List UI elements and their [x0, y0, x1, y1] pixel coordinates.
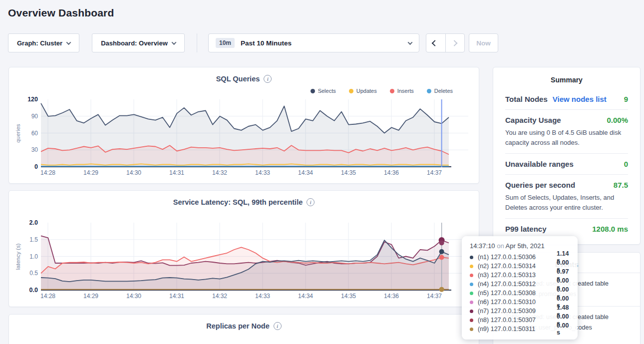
svg-text:120: 120: [27, 96, 38, 103]
svg-text:2.0: 2.0: [29, 219, 38, 226]
time-range-badge: 10m: [216, 38, 235, 48]
svg-text:latency (s): latency (s): [15, 243, 21, 270]
dashboard-selector-label: Dashboard: Overview: [101, 39, 168, 47]
service-latency-card: Service Latency: SQL, 99th percentile i …: [8, 190, 479, 307]
time-step-buttons: [426, 33, 465, 52]
time-range-dropdown[interactable]: 10m Past 10 Minutes: [208, 33, 419, 52]
chart-hover-tooltip: 14:37:10 on Apr 5th, 2021 (n1) 127.0.0.1…: [462, 236, 578, 340]
summary-card: Summary Total Nodes View nodes list 9 Ca…: [493, 67, 641, 245]
svg-text:14:33: 14:33: [255, 169, 270, 176]
unavailable-ranges-value: 0: [624, 160, 628, 168]
overview-dashboard-page: Overview Dashboard Graph: Cluster Dashbo…: [0, 0, 644, 344]
node-color-dot: [470, 256, 473, 259]
total-nodes-value: 9: [624, 95, 628, 103]
node-latency-value: 0.00 s: [557, 322, 570, 336]
dashboard-selector-dropdown[interactable]: Dashboard: Overview: [92, 33, 185, 52]
chevron-left-icon: [432, 40, 438, 46]
node-address: (n5) 127.0.0.1:50308: [478, 290, 557, 297]
chevron-right-icon: [451, 40, 458, 46]
svg-text:14:29: 14:29: [83, 293, 98, 300]
chevron-down-icon: [408, 40, 413, 45]
node-color-dot: [470, 310, 473, 313]
svg-text:60: 60: [31, 130, 38, 137]
node-address: (n6) 127.0.0.1:50310: [478, 299, 557, 306]
replicas-per-node-title: Replicas per Node: [206, 322, 270, 330]
node-color-dot: [470, 274, 473, 277]
time-range-label: Past 10 Minutes: [241, 39, 402, 47]
svg-text:14:31: 14:31: [169, 293, 184, 300]
svg-text:14:33: 14:33: [255, 293, 270, 300]
tooltip-node-row: (n6) 127.0.0.1:503100.00 s: [470, 298, 570, 307]
tooltip-node-row: (n4) 127.0.0.1:503120.00 s: [470, 280, 570, 289]
tooltip-timestamp: 14:37:10 on Apr 5th, 2021: [470, 242, 570, 250]
svg-text:14:37: 14:37: [427, 169, 442, 176]
svg-text:14:32: 14:32: [212, 169, 227, 176]
chevron-down-icon: [66, 40, 71, 45]
svg-text:14:30: 14:30: [126, 293, 141, 300]
queries-per-second-value: 87.5: [614, 181, 628, 189]
svg-text:90: 90: [31, 113, 38, 120]
now-button[interactable]: Now: [469, 33, 498, 52]
svg-text:14:28: 14:28: [40, 293, 55, 300]
svg-text:14:31: 14:31: [169, 169, 184, 176]
svg-text:14:30: 14:30: [126, 169, 141, 176]
tooltip-node-row: (n2) 127.0.0.1:503140.00 s: [470, 262, 570, 271]
tooltip-node-row: (n8) 127.0.0.1:503070.00 s: [470, 316, 570, 325]
svg-text:0.5: 0.5: [29, 270, 38, 277]
node-address: (n1) 127.0.0.1:50306: [478, 254, 557, 261]
page-title: Overview Dashboard: [8, 7, 114, 19]
svg-text:14:28: 14:28: [40, 169, 55, 176]
tooltip-node-row: (n9) 127.0.0.1:503110.00 s: [470, 325, 570, 334]
replicas-per-node-card: Replicas per Node i: [8, 314, 479, 344]
node-address: (n4) 127.0.0.1:50312: [478, 281, 557, 288]
summary-title: Summary: [493, 67, 640, 89]
svg-text:14:35: 14:35: [341, 293, 356, 300]
svg-text:queries: queries: [15, 124, 21, 143]
tooltip-node-row: (n5) 127.0.0.1:503080.00 s: [470, 289, 570, 298]
controls-divider: [197, 33, 197, 52]
node-address: (n2) 127.0.0.1:50314: [478, 263, 557, 270]
svg-text:1.0: 1.0: [29, 253, 38, 260]
node-address: (n7) 127.0.0.1:50309: [478, 308, 557, 315]
node-color-dot: [470, 301, 473, 304]
svg-text:0: 0: [34, 163, 38, 170]
svg-text:14:34: 14:34: [298, 169, 313, 176]
node-color-dot: [470, 319, 473, 322]
svg-text:0.0: 0.0: [29, 287, 38, 294]
tooltip-node-row: (n3) 127.0.0.1:503130.97 s: [470, 271, 570, 280]
sql-queries-chart[interactable]: 14:2814:2914:3014:3114:3214:3314:3414:35…: [9, 67, 480, 184]
svg-text:14:34: 14:34: [298, 293, 313, 300]
svg-text:1.5: 1.5: [29, 236, 38, 243]
prev-time-button[interactable]: [426, 34, 445, 52]
view-nodes-list-link[interactable]: View nodes list: [553, 95, 607, 103]
svg-text:14:35: 14:35: [341, 169, 356, 176]
summary-row-total-nodes: Total Nodes View nodes list 9: [505, 89, 628, 109]
next-time-button[interactable]: [445, 34, 464, 52]
chevron-down-icon: [171, 40, 176, 45]
node-address: (n8) 127.0.0.1:50307: [478, 317, 557, 324]
svg-text:14:29: 14:29: [83, 169, 98, 176]
node-color-dot: [470, 292, 473, 295]
capacity-usage-value: 0.00%: [607, 116, 628, 124]
graph-selector-dropdown[interactable]: Graph: Cluster: [8, 33, 79, 52]
info-icon[interactable]: i: [274, 322, 282, 330]
summary-row-unavailable-ranges: Unavailable ranges 0: [505, 153, 628, 174]
p99-latency-value: 1208.0 ms: [592, 225, 628, 233]
summary-row-capacity-usage: Capacity Usage 0.00% You are using 0 B o…: [505, 109, 628, 153]
service-latency-chart[interactable]: 14:2814:2914:3014:3114:3214:3314:3414:35…: [9, 191, 480, 308]
svg-text:30: 30: [31, 146, 38, 153]
tooltip-node-row: (n7) 127.0.0.1:503091.48 s: [470, 307, 570, 316]
svg-text:14:37: 14:37: [427, 293, 442, 300]
node-color-dot: [470, 328, 473, 331]
svg-text:14:36: 14:36: [384, 293, 399, 300]
svg-text:14:32: 14:32: [212, 293, 227, 300]
node-address: (n9) 127.0.0.1:50311: [478, 326, 557, 333]
tooltip-node-row: (n1) 127.0.0.1:503061.14 s: [470, 253, 570, 262]
graph-selector-label: Graph: Cluster: [17, 39, 62, 47]
summary-row-queries-per-second: Queries per second 87.5 Sum of Selects, …: [505, 174, 628, 218]
sql-queries-card: SQL Queries i SelectsUpdatesInsertsDelet…: [8, 67, 479, 184]
node-color-dot: [470, 265, 473, 268]
node-color-dot: [470, 283, 473, 286]
svg-text:14:36: 14:36: [384, 169, 399, 176]
node-address: (n3) 127.0.0.1:50313: [478, 272, 557, 279]
